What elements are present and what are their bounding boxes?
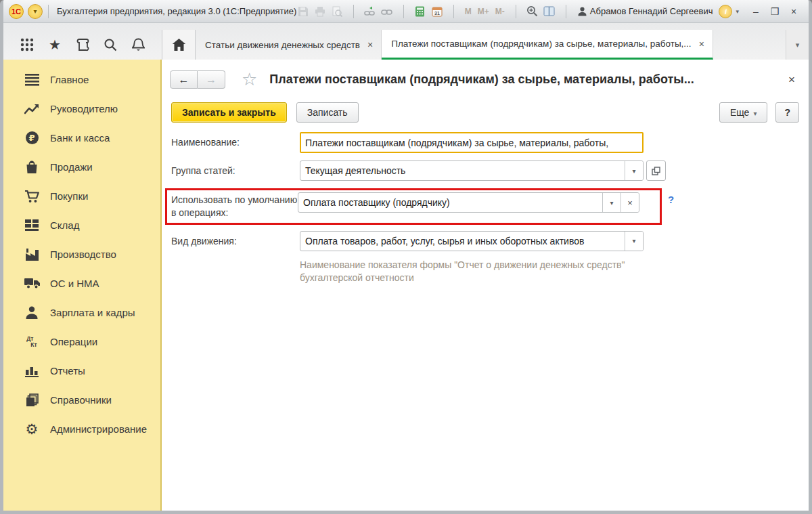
default-operation-value: Оплата поставщику (подрядчику) bbox=[298, 193, 602, 212]
print-preview-icon[interactable] bbox=[331, 5, 343, 18]
group-value: Текущая деятельность bbox=[300, 161, 625, 180]
main-area: Главное Руководителю ₽ Банк и касса Прод… bbox=[3, 60, 809, 511]
ruble-circle-icon: ₽ bbox=[24, 130, 40, 146]
movement-dropdown-icon[interactable]: ▾ bbox=[625, 232, 643, 251]
sidebar-item-label: Производство bbox=[50, 249, 116, 260]
current-user[interactable]: Абрамов Геннадий Сергеевич bbox=[578, 6, 713, 16]
toolbar-right: Еще▾ ? bbox=[719, 102, 799, 123]
memory-m-plus-button[interactable]: M+ bbox=[477, 7, 490, 16]
group-label: Группа статей: bbox=[171, 160, 300, 181]
chevron-down-icon: ▾ bbox=[753, 110, 757, 117]
sidebar-item-otchety[interactable]: Отчеты bbox=[3, 356, 160, 385]
open-in-window-icon bbox=[652, 167, 660, 175]
home-tab-button[interactable] bbox=[162, 30, 195, 60]
calendar-icon[interactable]: 31 bbox=[431, 5, 443, 18]
movement-value: Оплата товаров, работ, услуг, сырья и ин… bbox=[300, 232, 625, 251]
group-dropdown-icon[interactable]: ▾ bbox=[625, 161, 643, 180]
links-icon[interactable] bbox=[381, 5, 393, 18]
calculator-icon[interactable] bbox=[414, 5, 426, 18]
tabbar: ★ Статьи движения денежных средств × Пла… bbox=[3, 23, 809, 60]
tab-cash-flow-items[interactable]: Статьи движения денежных средств × bbox=[196, 30, 382, 60]
sidebar-item-administrirovanie[interactable]: ⚙ Администрирование bbox=[3, 414, 160, 444]
memory-m-button[interactable]: M bbox=[464, 7, 472, 16]
minimize-button[interactable]: – bbox=[748, 5, 764, 18]
app-title: Бухгалтерия предприятия, редакция 3.0 (1… bbox=[57, 6, 296, 16]
info-button[interactable]: i bbox=[719, 5, 732, 18]
default-operation-combo[interactable]: Оплата поставщику (подрядчику) ▾ × bbox=[298, 192, 639, 213]
save-icon[interactable] bbox=[297, 5, 309, 18]
tab-payments-to-suppliers[interactable]: Платежи поставщикам (подрядчикам) за сыр… bbox=[382, 30, 713, 60]
sidebar-item-glavnoe[interactable]: Главное bbox=[3, 65, 160, 94]
tab-list-dropdown[interactable]: ▾ bbox=[786, 30, 809, 60]
user-name: Абрамов Геннадий Сергеевич bbox=[590, 6, 713, 16]
1c-logo-icon: 1С bbox=[9, 4, 24, 19]
sidebar-item-prodazhi[interactable]: Продажи bbox=[3, 152, 160, 181]
trend-chart-icon bbox=[24, 101, 40, 117]
home-icon bbox=[172, 38, 186, 51]
default-operation-label: Использовать по умолчанию в операциях: bbox=[171, 192, 298, 219]
sidebar-item-label: Покупки bbox=[50, 190, 88, 202]
factory-icon bbox=[24, 247, 40, 263]
history-icon[interactable] bbox=[74, 37, 91, 53]
sidebar-item-rukovoditelyu[interactable]: Руководителю bbox=[3, 94, 160, 123]
app-window: 1С ▾ Бухгалтерия предприятия, редакция 3… bbox=[0, 0, 812, 514]
svg-text:31: 31 bbox=[434, 11, 440, 16]
sidebar-item-zarplata-i-kadry[interactable]: Зарплата и кадры bbox=[3, 298, 160, 327]
maximize-button[interactable]: ❒ bbox=[767, 5, 783, 18]
save-button[interactable]: Записать bbox=[296, 102, 359, 123]
sidebar-item-operacii[interactable]: ДтКт Операции bbox=[3, 327, 160, 356]
default-operation-clear-icon[interactable]: × bbox=[621, 193, 639, 212]
sidebar-item-label: Операции bbox=[50, 336, 97, 347]
name-input[interactable] bbox=[300, 132, 644, 153]
search-icon[interactable] bbox=[102, 37, 118, 53]
form-close-button[interactable]: × bbox=[784, 72, 799, 88]
form-fields: Наименование: Группа статей: Текущая дея… bbox=[171, 132, 799, 285]
tab-close-icon[interactable]: × bbox=[366, 39, 374, 50]
save-and-close-button[interactable]: Записать и закрыть bbox=[171, 102, 287, 123]
pallet-grid-icon bbox=[24, 217, 40, 234]
form-toolbar: Записать и закрыть Записать Еще▾ ? bbox=[171, 102, 799, 123]
menu-lines-icon bbox=[24, 72, 40, 88]
sidebar-item-label: Зарплата и кадры bbox=[50, 307, 135, 318]
default-operation-dropdown-icon[interactable]: ▾ bbox=[602, 193, 621, 212]
sidebar-item-label: Склад bbox=[50, 219, 79, 231]
nav-forward-button[interactable]: → bbox=[198, 70, 225, 89]
field-row-movement: Вид движения: Оплата товаров, работ, усл… bbox=[171, 231, 799, 251]
notifications-bell-icon[interactable] bbox=[130, 37, 146, 53]
favorite-star-icon[interactable]: ☆ bbox=[242, 69, 257, 90]
sidebar-item-proizvodstvo[interactable]: Производство bbox=[3, 240, 160, 269]
sidebar-item-sklad[interactable]: Склад bbox=[3, 211, 160, 240]
memory-m-minus-button[interactable]: M- bbox=[495, 7, 505, 16]
close-window-button[interactable]: × bbox=[786, 5, 802, 18]
annotation-red-box: Использовать по умолчанию в операциях: О… bbox=[165, 188, 662, 225]
movement-hint-text: Наименование показателя формы "Отчет о д… bbox=[300, 259, 641, 285]
dt-kt-icon: ДтКт bbox=[24, 334, 40, 350]
movement-label: Вид движения: bbox=[171, 231, 300, 251]
info-caret-icon[interactable]: ▾ bbox=[736, 8, 739, 15]
tab-close-icon[interactable]: × bbox=[698, 39, 706, 49]
apps-grid-icon[interactable] bbox=[19, 37, 35, 53]
more-button[interactable]: Еще▾ bbox=[719, 102, 768, 123]
favorites-star-icon[interactable]: ★ bbox=[47, 37, 63, 53]
zoom-icon[interactable] bbox=[526, 5, 539, 18]
sidebar: Главное Руководителю ₽ Банк и касса Прод… bbox=[3, 60, 162, 511]
nav-back-button[interactable]: ← bbox=[170, 70, 198, 89]
sidebar-item-label: Администрирование bbox=[50, 423, 147, 435]
print-icon[interactable] bbox=[314, 5, 326, 18]
main-menu-button[interactable]: ▾ bbox=[28, 4, 43, 19]
split-window-icon[interactable] bbox=[543, 5, 556, 18]
movement-combo[interactable]: Оплата товаров, работ, услуг, сырья и ин… bbox=[300, 231, 644, 251]
gear-icon: ⚙ bbox=[24, 421, 40, 437]
help-button[interactable]: ? bbox=[775, 102, 799, 123]
default-operation-help-link[interactable]: ? bbox=[668, 188, 674, 205]
sidebar-item-spravochniki[interactable]: Справочники bbox=[3, 385, 160, 414]
group-combo[interactable]: Текущая деятельность ▾ bbox=[300, 160, 644, 181]
stacked-pages-icon bbox=[24, 392, 40, 408]
sidebar-item-os-i-nma[interactable]: ОС и НМА bbox=[3, 269, 160, 298]
sidebar-item-bank-i-kassa[interactable]: ₽ Банк и касса bbox=[3, 123, 160, 152]
sidebar-item-pokupki[interactable]: Покупки bbox=[3, 181, 160, 211]
group-open-button[interactable] bbox=[646, 160, 666, 181]
add-link-icon[interactable] bbox=[364, 5, 376, 18]
divider bbox=[516, 5, 516, 18]
sidebar-item-label: Отчеты bbox=[50, 365, 85, 377]
